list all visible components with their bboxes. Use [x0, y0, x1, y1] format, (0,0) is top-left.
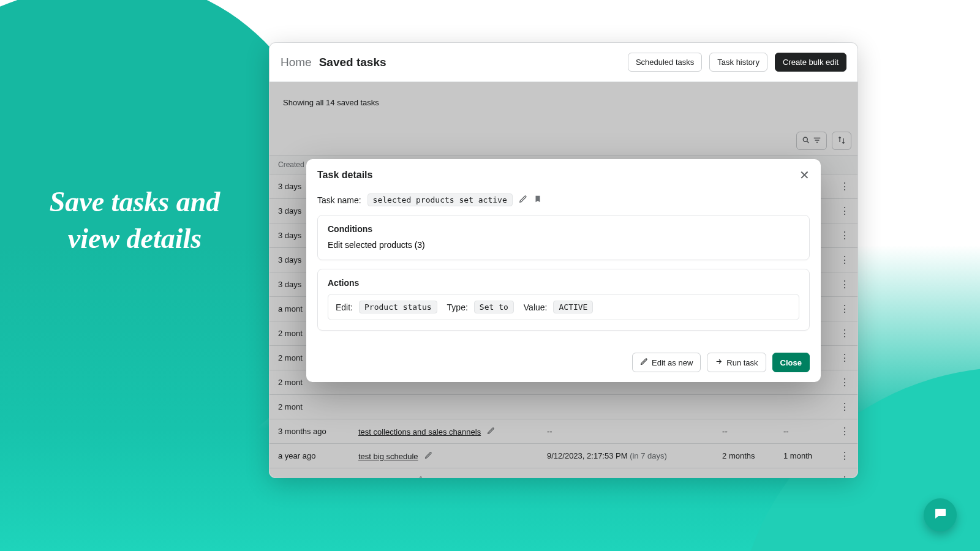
create-bulk-edit-button[interactable]: Create bulk edit: [775, 53, 846, 72]
sort-button[interactable]: [832, 132, 851, 150]
cell-next-run: --: [538, 419, 714, 444]
row-actions-menu[interactable]: ⋮: [831, 297, 858, 321]
cell-created: a year ago: [270, 468, 350, 478]
conditions-text: Edit selected products (3): [328, 240, 799, 250]
row-actions-menu[interactable]: ⋮: [831, 468, 858, 478]
bookmark-icon[interactable]: [533, 194, 542, 206]
chat-icon: [933, 506, 948, 523]
table-row[interactable]: 3 months agotest collections and sales c…: [270, 419, 858, 444]
edit-as-new-button[interactable]: Edit as new: [632, 353, 701, 372]
cell-name: test big schedule: [350, 444, 538, 468]
task-name-label: Task name:: [317, 195, 361, 205]
cell-col5: [775, 395, 831, 419]
chat-fab[interactable]: [924, 498, 957, 531]
edit-value: Product status: [359, 301, 437, 313]
conditions-card: Conditions Edit selected products (3): [317, 215, 810, 260]
type-label: Type:: [447, 302, 468, 312]
row-actions-menu[interactable]: ⋮: [831, 444, 858, 468]
modal-title: Task details: [317, 170, 372, 181]
task-history-button[interactable]: Task history: [709, 53, 767, 72]
cell-col5: --: [775, 419, 831, 444]
edit-label: Edit:: [336, 302, 353, 312]
task-name-link[interactable]: test collections and sales channels: [358, 427, 481, 437]
cell-col4: --: [714, 419, 775, 444]
task-details-modal: Task details ✕ Task name: selected produ…: [306, 159, 821, 382]
cell-name: [350, 395, 538, 419]
app-header: Home Saved tasks Scheduled tasks Task hi…: [270, 43, 858, 82]
cell-col4: --: [714, 468, 775, 478]
cell-next-run: [538, 395, 714, 419]
pencil-icon: [640, 358, 648, 367]
search-filter-button[interactable]: [796, 132, 827, 150]
close-button[interactable]: Close: [772, 353, 810, 372]
task-name-value: selected products set active: [368, 193, 513, 206]
cell-col4: 2 months: [714, 444, 775, 468]
cell-col5: --: [775, 468, 831, 478]
breadcrumb-current: Saved tasks: [319, 56, 386, 69]
cell-col5: 1 month: [775, 444, 831, 468]
edit-name-icon[interactable]: [519, 195, 527, 205]
value-label: Value:: [524, 302, 548, 312]
task-name-row: Task name: selected products set active: [317, 193, 810, 206]
row-actions-menu[interactable]: ⋮: [831, 174, 858, 199]
row-actions-menu[interactable]: ⋮: [831, 346, 858, 370]
row-actions-menu[interactable]: ⋮: [831, 321, 858, 346]
actions-title: Actions: [328, 278, 799, 288]
action-row: Edit: Product status Type: Set to Value:…: [328, 294, 799, 320]
table-row[interactable]: a year agoIncrease price------⋮: [270, 468, 858, 478]
search-icon: [802, 136, 810, 146]
edit-as-new-label: Edit as new: [652, 358, 693, 367]
scheduled-tasks-button[interactable]: Scheduled tasks: [628, 53, 702, 72]
svg-line-1: [807, 141, 809, 143]
cell-name: Increase price: [350, 468, 538, 478]
cell-created: a year ago: [270, 444, 350, 468]
actions-card: Actions Edit: Product status Type: Set t…: [317, 269, 810, 331]
cell-next-run: --: [538, 468, 714, 478]
row-actions-menu[interactable]: ⋮: [831, 199, 858, 223]
row-actions-menu[interactable]: ⋮: [831, 223, 858, 248]
row-actions-menu[interactable]: ⋮: [831, 370, 858, 395]
pencil-icon[interactable]: [424, 452, 432, 461]
run-task-label: Run task: [726, 358, 758, 367]
row-actions-menu[interactable]: ⋮: [831, 248, 858, 272]
results-summary: Showing all 14 saved tasks: [270, 82, 858, 132]
task-name-link[interactable]: Increase price: [358, 476, 409, 478]
type-value: Set to: [474, 301, 514, 313]
sort-icon: [837, 136, 846, 146]
row-actions-menu[interactable]: ⋮: [831, 272, 858, 297]
run-task-button[interactable]: Run task: [707, 353, 766, 372]
pencil-icon[interactable]: [487, 427, 495, 437]
filter-icon: [813, 136, 821, 146]
hero-heading: Save tasks and view details: [24, 184, 245, 257]
row-actions-menu[interactable]: ⋮: [831, 395, 858, 419]
cell-next-run: 9/12/2023, 2:17:53 PM (in 7 days): [538, 444, 714, 468]
breadcrumb-home[interactable]: Home: [281, 56, 312, 69]
close-icon[interactable]: ✕: [799, 168, 810, 182]
pencil-icon[interactable]: [415, 476, 423, 478]
table-toolbar: [270, 132, 858, 155]
value-value: ACTIVE: [553, 301, 593, 313]
cell-name: test collections and sales channels: [350, 419, 538, 444]
conditions-title: Conditions: [328, 224, 799, 234]
cell-created: 3 months ago: [270, 419, 350, 444]
cell-created: 2 mont: [270, 395, 350, 419]
row-actions-menu[interactable]: ⋮: [831, 419, 858, 444]
svg-point-0: [803, 137, 807, 141]
run-icon: [715, 358, 723, 367]
table-row[interactable]: a year agotest big schedule9/12/2023, 2:…: [270, 444, 858, 468]
task-name-link[interactable]: test big schedule: [358, 452, 418, 461]
table-row[interactable]: 2 mont⋮: [270, 395, 858, 419]
cell-col4: [714, 395, 775, 419]
